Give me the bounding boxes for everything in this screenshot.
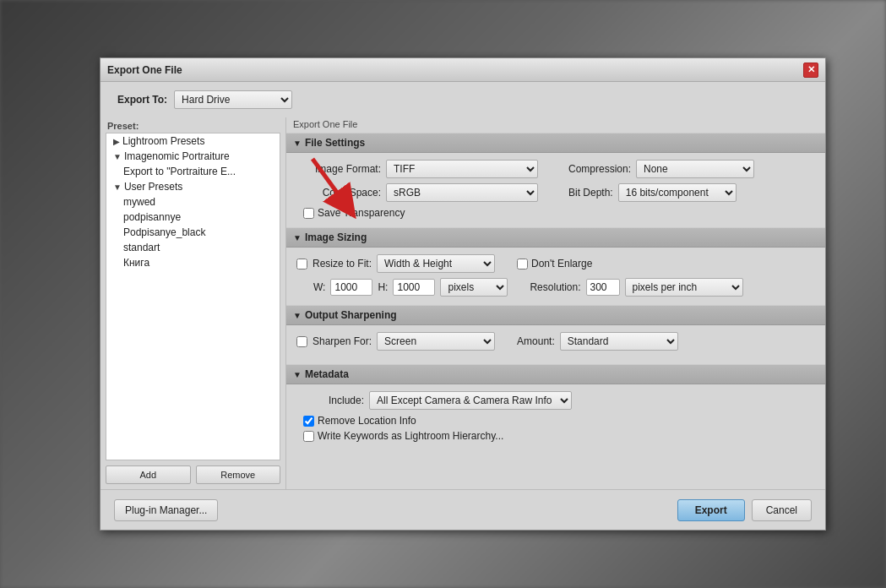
export-to-row: Export To: Hard Drive CD/DVD Email xyxy=(101,82,825,117)
color-space-label: Color Space: xyxy=(296,187,381,199)
add-button[interactable]: Add xyxy=(106,466,191,484)
save-transparency-checkbox[interactable] xyxy=(303,208,314,219)
resolution-input[interactable] xyxy=(586,279,620,296)
preset-list: ▶Lightroom Presets ▼Imagenomic Portraitu… xyxy=(106,133,280,460)
image-sizing-arrow: ▼ xyxy=(293,233,302,242)
metadata-header[interactable]: ▼ Metadata xyxy=(286,364,825,384)
output-sharpening-arrow: ▼ xyxy=(293,311,302,320)
sidebar-item-podpisanye-black[interactable]: Podpisanye_black xyxy=(106,225,280,240)
resize-to-fit-checkbox[interactable] xyxy=(296,259,307,270)
export-button[interactable]: Export xyxy=(677,499,745,521)
sharpen-for-checkbox[interactable] xyxy=(296,336,307,347)
dont-enlarge-row: Don't Enlarge xyxy=(517,258,592,270)
dont-enlarge-checkbox[interactable] xyxy=(517,259,528,270)
image-sizing-section: ▼ Image Sizing Resize to Fit: Width & He… xyxy=(286,227,825,303)
height-input[interactable] xyxy=(393,279,435,296)
export-one-file-label: Export One File xyxy=(286,117,825,133)
tree-arrow-imagenomic: ▼ xyxy=(113,152,122,161)
h-label: H: xyxy=(378,281,388,293)
right-buttons: Export Cancel xyxy=(677,499,812,521)
color-space-select[interactable]: sRGB AdobeRGB ProPhoto RGB xyxy=(386,183,538,202)
bit-depth-select[interactable]: 16 bits/component 8 bits/component xyxy=(618,183,737,202)
file-settings-header[interactable]: ▼ File Settings xyxy=(286,133,825,153)
w-label: W: xyxy=(313,281,325,293)
dimensions-row: W: H: pixels inches cm Resolution: xyxy=(296,278,815,297)
resolution-unit-select[interactable]: pixels per inch pixels per cm xyxy=(625,278,743,297)
sharpen-for-label[interactable]: Sharpen For: xyxy=(313,335,372,347)
export-to-select[interactable]: Hard Drive CD/DVD Email xyxy=(174,90,292,109)
output-sharpening-title: Output Sharpening xyxy=(305,309,397,321)
compression-label: Compression: xyxy=(568,163,631,175)
metadata-arrow: ▼ xyxy=(293,370,302,379)
sidebar-item-podpisannye[interactable]: podpisannye xyxy=(106,210,280,225)
dialog-title: Export One File xyxy=(107,64,182,76)
output-sharpening-section: ▼ Output Sharpening Sharpen For: Screen … xyxy=(286,305,825,362)
resize-to-fit-row: Resize to Fit: Width & Height Width Heig… xyxy=(296,254,815,273)
sidebar-item-kniga[interactable]: Книга xyxy=(106,255,280,270)
metadata-body: Include: All Except Camera & Camera Raw … xyxy=(286,384,825,449)
sidebar-item-user-presets[interactable]: ▼User Presets xyxy=(106,179,280,194)
sidebar-item-standart[interactable]: standart xyxy=(106,240,280,255)
resolution-group: Resolution: pixels per inch pixels per c… xyxy=(530,278,742,297)
metadata-title: Metadata xyxy=(305,368,349,380)
image-format-select[interactable]: TIFF JPEG PSD PNG DNG xyxy=(386,160,538,178)
tree-arrow-lightroom: ▶ xyxy=(113,137,120,146)
preset-label: Preset: xyxy=(101,117,285,133)
sidebar-item-portraiture-export[interactable]: Export to "Portraiture E... xyxy=(106,164,280,179)
output-sharpening-body: Sharpen For: Screen Matte Paper Glossy P… xyxy=(286,325,825,362)
include-label: Include: xyxy=(296,395,364,406)
file-settings-section: ▼ File Settings Image Format: TIFF JPEG … xyxy=(286,133,825,226)
resolution-label: Resolution: xyxy=(530,281,580,293)
amount-select[interactable]: Standard Low High xyxy=(560,332,678,351)
title-bar: Export One File ✕ xyxy=(101,58,825,82)
output-sharpening-header[interactable]: ▼ Output Sharpening xyxy=(286,305,825,325)
export-dialog: Export One File ✕ Export To: Hard Drive … xyxy=(100,57,826,531)
export-to-label: Export To: xyxy=(117,94,167,106)
sidebar-item-mywed[interactable]: mywed xyxy=(106,194,280,210)
image-sizing-title: Image Sizing xyxy=(305,231,367,243)
remove-button[interactable]: Remove xyxy=(196,466,281,484)
plugin-manager-button[interactable]: Plug-in Manager... xyxy=(114,499,218,521)
write-keywords-checkbox[interactable] xyxy=(303,431,314,442)
image-format-label: Image Format: xyxy=(296,163,381,175)
bottom-bar: Plug-in Manager... Export Cancel xyxy=(101,489,825,530)
include-select[interactable]: All Except Camera & Camera Raw Info All … xyxy=(369,391,572,410)
sidebar-item-imagenomic[interactable]: ▼Imagenomic Portraiture xyxy=(106,149,280,164)
pixels-select[interactable]: pixels inches cm xyxy=(440,278,508,297)
file-settings-body: Image Format: TIFF JPEG PSD PNG DNG Comp… xyxy=(286,153,825,226)
color-space-row: Color Space: sRGB AdobeRGB ProPhoto RGB … xyxy=(296,183,815,202)
dont-enlarge-label[interactable]: Don't Enlarge xyxy=(531,258,592,270)
bit-depth-label: Bit Depth: xyxy=(568,187,613,199)
amount-label: Amount: xyxy=(517,335,555,347)
image-sizing-body: Resize to Fit: Width & Height Width Heig… xyxy=(286,248,825,303)
remove-location-checkbox[interactable] xyxy=(303,416,314,427)
sidebar: Preset: ▶Lightroom Presets ▼Imagenomic P… xyxy=(101,117,286,489)
file-settings-title: File Settings xyxy=(305,137,365,149)
write-keywords-label[interactable]: Write Keywords as Lightroom Hierarchy... xyxy=(318,430,503,442)
compression-select[interactable]: None LZW ZIP xyxy=(636,160,754,178)
sharpen-for-row: Sharpen For: Screen Matte Paper Glossy P… xyxy=(296,332,815,351)
cancel-button[interactable]: Cancel xyxy=(752,499,812,521)
write-keywords-row: Write Keywords as Lightroom Hierarchy... xyxy=(296,430,815,442)
metadata-section: ▼ Metadata Include: All Except Camera & … xyxy=(286,364,825,449)
close-button[interactable]: ✕ xyxy=(803,63,818,78)
include-row: Include: All Except Camera & Camera Raw … xyxy=(296,391,815,410)
file-settings-arrow: ▼ xyxy=(293,139,302,148)
sidebar-buttons: Add Remove xyxy=(101,460,285,489)
remove-location-label[interactable]: Remove Location Info xyxy=(318,415,416,427)
save-transparency-row: Save Transparency xyxy=(296,207,815,219)
main-area: Preset: ▶Lightroom Presets ▼Imagenomic P… xyxy=(101,117,825,489)
save-transparency-label[interactable]: Save Transparency xyxy=(318,207,405,219)
remove-location-row: Remove Location Info xyxy=(296,415,815,427)
image-sizing-header[interactable]: ▼ Image Sizing xyxy=(286,227,825,248)
tree-arrow-user: ▼ xyxy=(113,182,122,192)
image-format-row: Image Format: TIFF JPEG PSD PNG DNG Comp… xyxy=(296,160,815,178)
sharpen-select[interactable]: Screen Matte Paper Glossy Paper xyxy=(377,332,495,351)
sidebar-item-lightroom-presets[interactable]: ▶Lightroom Presets xyxy=(106,133,280,149)
width-input[interactable] xyxy=(330,279,372,296)
content-area: Export One File ▼ File Settings Image Fo… xyxy=(286,117,825,489)
resize-to-fit-label[interactable]: Resize to Fit: xyxy=(313,258,372,270)
fit-select[interactable]: Width & Height Width Height Megapixels L… xyxy=(377,254,495,273)
